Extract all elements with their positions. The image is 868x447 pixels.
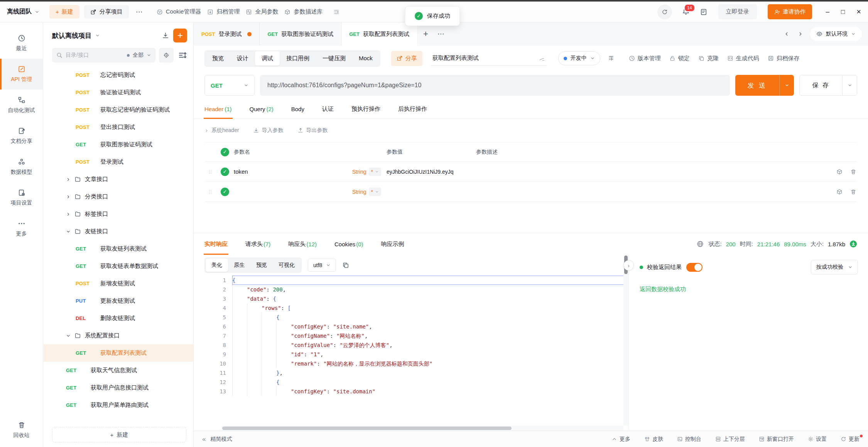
mode-tab-Mock[interactable]: Mock xyxy=(352,51,379,66)
download-response-icon[interactable] xyxy=(849,240,857,248)
toolbar-action[interactable]: 克隆 xyxy=(698,55,719,62)
tree-api-item[interactable]: POST登出接口测试 xyxy=(44,119,193,136)
share-project-button[interactable]: 分享项目 xyxy=(84,5,129,19)
rail-item-edit[interactable]: API 管理 xyxy=(0,59,43,90)
check-all-icon[interactable]: ✓ xyxy=(221,148,229,156)
rail-item-flow[interactable]: 自动化测试 xyxy=(0,90,43,120)
request-tab-预执行操作[interactable]: 预执行操作 xyxy=(351,100,380,119)
required-chip[interactable]: * xyxy=(369,188,381,196)
url-input[interactable]: http://localhost:7616/configs?pageNum=1&… xyxy=(260,75,730,96)
mode-tab-一键压测[interactable]: 一键压测 xyxy=(316,51,352,66)
param-type-select[interactable]: String xyxy=(352,169,366,175)
statusbar-item-设置[interactable]: 设置 xyxy=(808,436,827,443)
subtool-1[interactable]: 导入参数 xyxy=(253,127,284,134)
team-switcher[interactable]: 离线团队 xyxy=(7,8,39,16)
statusbar-item-控制台[interactable]: 控制台 xyxy=(677,436,701,443)
param-value-input[interactable]: eyJhbGciOiJIUzI1NiJ9.eyJq xyxy=(387,169,476,175)
maximize-button[interactable]: □ xyxy=(841,8,845,16)
request-tab-认证[interactable]: 认证 xyxy=(322,100,334,119)
tree-api-item[interactable]: GET获取用户菜单路由测试 xyxy=(44,396,193,414)
toolbar-action[interactable]: 版本管理 xyxy=(629,55,661,62)
sync-button[interactable] xyxy=(657,5,672,19)
invite-collab-button[interactable]: 邀请协作 xyxy=(768,4,812,19)
scrollbar-thumb[interactable] xyxy=(222,427,512,430)
changelog-button[interactable] xyxy=(700,8,708,16)
mode-tab-设计[interactable]: 设计 xyxy=(230,51,255,66)
rail-item-docshare[interactable]: 文档分享 xyxy=(0,120,43,151)
rail-item-model[interactable]: 数据模型 xyxy=(0,151,43,182)
new-tab-button[interactable]: + xyxy=(417,29,434,39)
param-library-icon[interactable] xyxy=(836,169,843,175)
rail-item-docgear[interactable]: 项目设置 xyxy=(0,182,43,213)
filter-all-label[interactable]: 全部 xyxy=(133,52,144,59)
tree-folder[interactable]: 标签接口 xyxy=(44,205,193,223)
tab-forward-icon[interactable] xyxy=(798,31,803,37)
api-status-selector[interactable]: 开发中 xyxy=(558,51,600,65)
save-dropdown[interactable] xyxy=(842,75,857,95)
view-mode-美化[interactable]: 美化 xyxy=(206,259,228,272)
vertical-scrollbar[interactable] xyxy=(623,255,628,425)
tab-overflow-button[interactable]: ⋯ xyxy=(434,30,448,38)
share-api-button[interactable]: 分享 xyxy=(391,51,422,66)
subtool-2[interactable]: 导出参数 xyxy=(297,127,328,134)
titlebar-menu-cookie[interactable]: Cookie管理器 xyxy=(157,8,201,15)
tree-api-item[interactable]: GET获取友链表单数据测试 xyxy=(44,257,193,275)
mode-tab-预览[interactable]: 预览 xyxy=(206,51,230,66)
response-json-editor[interactable]: 1{2"code": 200,3"data": {4"rows": [5{6"c… xyxy=(204,276,628,431)
toolbar-action[interactable]: 归档保存 xyxy=(768,55,800,62)
tree-api-item[interactable]: DEL删除友链测试 xyxy=(44,310,193,327)
environment-selector[interactable]: 默认环境 xyxy=(810,27,862,41)
tree-folder[interactable]: 分类接口 xyxy=(44,188,193,205)
request-tab-Query[interactable]: Query(2) xyxy=(250,100,274,119)
tree-add-button[interactable]: + xyxy=(173,29,187,42)
horizontal-scrollbar[interactable] xyxy=(221,426,623,431)
rail-item-trash[interactable]: 回收站 xyxy=(0,415,43,445)
drag-handle-icon[interactable] xyxy=(204,189,216,195)
tree-api-item[interactable]: GET获取友链列表测试 xyxy=(44,240,193,257)
statusbar-item-皮肤[interactable]: 皮肤 xyxy=(644,436,663,443)
param-library-icon[interactable] xyxy=(836,189,843,195)
row-enabled-check[interactable]: ✓ xyxy=(221,168,229,176)
required-chip[interactable]: * xyxy=(369,168,381,176)
document-tab[interactable]: POST登录测试 xyxy=(194,22,260,46)
request-tab-后执行操作[interactable]: 后执行操作 xyxy=(398,100,427,119)
titlebar-menu-cube[interactable]: 参数描述库 xyxy=(284,8,323,15)
titlebar-menu-grid[interactable]: 全局参数 xyxy=(246,8,278,15)
toolbar-action[interactable]: 锁定 xyxy=(669,55,690,62)
send-button[interactable]: 发 送 xyxy=(735,75,794,96)
tree-api-item[interactable]: POST登录测试 xyxy=(44,153,193,171)
encoding-select[interactable]: utf8 xyxy=(308,259,336,272)
drag-handle-icon[interactable] xyxy=(204,169,216,174)
panel-toggle-button[interactable] xyxy=(333,9,339,15)
titlebar-more-button[interactable]: ⋯ xyxy=(133,8,146,16)
collapse-left-icon[interactable]: « xyxy=(202,435,206,443)
tree-api-item[interactable]: POST新增友链测试 xyxy=(44,275,193,292)
save-button[interactable]: 保 存 xyxy=(799,75,857,96)
chevron-down-icon[interactable] xyxy=(95,33,100,38)
branch-icon[interactable] xyxy=(608,55,614,61)
tree-api-item[interactable]: POST忘记密码测试 xyxy=(44,66,193,84)
collapse-sort-button[interactable] xyxy=(178,51,187,60)
tree-api-item[interactable]: POST获取忘记密码的验证码测试 xyxy=(44,101,193,119)
minimize-button[interactable]: – xyxy=(826,8,829,16)
tree-api-item[interactable]: GET获取配置列表测试 xyxy=(44,344,193,362)
tree-api-item[interactable]: GET获取用户信息接口测试 xyxy=(44,379,193,396)
method-select[interactable]: GET xyxy=(204,75,255,96)
new-button[interactable]: + 新建 xyxy=(49,5,79,19)
request-tab-Body[interactable]: Body xyxy=(291,100,304,119)
tree-folder[interactable]: 友链接口 xyxy=(44,223,193,240)
tree-api-item[interactable]: POST验证验证码测试 xyxy=(44,84,193,101)
statusbar-item-新窗口打开[interactable]: 新窗口打开 xyxy=(759,436,794,443)
tab-back-icon[interactable] xyxy=(784,31,789,37)
tree-folder[interactable]: 系统配置接口 xyxy=(44,327,193,344)
document-tab[interactable]: GET获取配置列表测试 xyxy=(341,22,417,46)
api-name-input[interactable]: 获取配置列表测试 xyxy=(431,51,547,66)
tree-folder[interactable]: 文章接口 xyxy=(44,171,193,188)
titlebar-menu-archivebox[interactable]: 归档管理 xyxy=(207,8,240,15)
delete-row-icon[interactable] xyxy=(850,169,856,175)
notifications-button[interactable]: 14 xyxy=(682,7,690,17)
view-mode-可视化[interactable]: 可视化 xyxy=(273,259,301,272)
document-tab[interactable]: GET获取图形验证码测试 xyxy=(260,22,341,46)
collapse-panel-button[interactable]: › xyxy=(623,260,634,271)
row-enabled-check[interactable]: ✓ xyxy=(221,188,229,196)
